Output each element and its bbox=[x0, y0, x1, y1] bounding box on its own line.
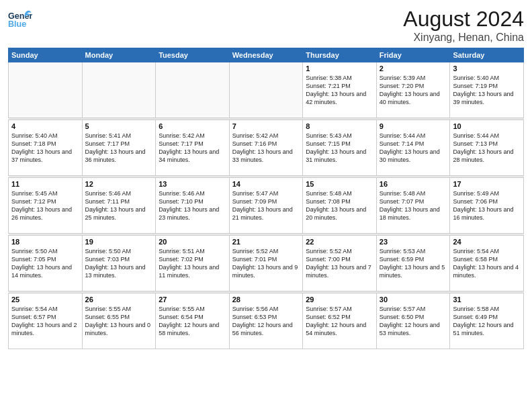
day-number: 22 bbox=[306, 238, 373, 246]
day-number: 8 bbox=[306, 122, 373, 130]
day-info: Sunrise: 5:55 AM Sunset: 6:54 PM Dayligh… bbox=[159, 305, 226, 338]
day-number: 21 bbox=[232, 238, 300, 246]
table-row bbox=[82, 62, 156, 118]
day-info: Sunrise: 5:44 AM Sunset: 7:14 PM Dayligh… bbox=[380, 132, 447, 165]
page-container: General Blue August 2024 Xinyang, Henan,… bbox=[0, 0, 532, 411]
location: Xinyang, Henan, China bbox=[403, 32, 524, 44]
table-row: 4Sunrise: 5:40 AM Sunset: 7:18 PM Daylig… bbox=[9, 120, 83, 176]
table-row: 13Sunrise: 5:46 AM Sunset: 7:10 PM Dayli… bbox=[156, 178, 230, 234]
table-row: 6Sunrise: 5:42 AM Sunset: 7:17 PM Daylig… bbox=[156, 120, 230, 176]
day-number: 16 bbox=[380, 180, 447, 188]
table-row: 29Sunrise: 5:57 AM Sunset: 6:52 PM Dayli… bbox=[303, 293, 377, 349]
day-info: Sunrise: 5:58 AM Sunset: 6:49 PM Dayligh… bbox=[453, 305, 521, 338]
day-number: 10 bbox=[453, 122, 521, 130]
day-info: Sunrise: 5:48 AM Sunset: 7:08 PM Dayligh… bbox=[306, 189, 373, 222]
col-wednesday: Wednesday bbox=[229, 48, 303, 62]
col-thursday: Thursday bbox=[303, 48, 377, 62]
calendar-week-1: 1Sunrise: 5:38 AM Sunset: 7:21 PM Daylig… bbox=[9, 62, 524, 118]
day-number: 17 bbox=[453, 180, 521, 188]
col-sunday: Sunday bbox=[9, 48, 83, 62]
table-row: 26Sunrise: 5:55 AM Sunset: 6:55 PM Dayli… bbox=[82, 293, 156, 349]
day-number: 25 bbox=[11, 295, 79, 304]
day-number: 30 bbox=[380, 295, 447, 304]
table-row: 27Sunrise: 5:55 AM Sunset: 6:54 PM Dayli… bbox=[156, 293, 230, 349]
svg-text:Blue: Blue bbox=[8, 19, 26, 29]
day-number: 3 bbox=[453, 64, 521, 73]
logo-icon: General Blue bbox=[8, 7, 32, 31]
day-number: 5 bbox=[85, 122, 153, 130]
table-row: 24Sunrise: 5:54 AM Sunset: 6:58 PM Dayli… bbox=[450, 236, 524, 291]
day-number: 28 bbox=[232, 295, 300, 304]
table-row: 3Sunrise: 5:40 AM Sunset: 7:19 PM Daylig… bbox=[450, 62, 524, 118]
day-number: 31 bbox=[453, 295, 521, 304]
table-row: 10Sunrise: 5:44 AM Sunset: 7:13 PM Dayli… bbox=[450, 120, 524, 176]
day-number: 11 bbox=[11, 180, 79, 188]
day-info: Sunrise: 5:57 AM Sunset: 6:50 PM Dayligh… bbox=[380, 305, 447, 338]
calendar-week-3: 11Sunrise: 5:45 AM Sunset: 7:12 PM Dayli… bbox=[9, 178, 524, 234]
day-info: Sunrise: 5:44 AM Sunset: 7:13 PM Dayligh… bbox=[453, 132, 521, 165]
day-info: Sunrise: 5:50 AM Sunset: 7:05 PM Dayligh… bbox=[11, 247, 79, 280]
day-number: 18 bbox=[11, 238, 79, 246]
day-info: Sunrise: 5:47 AM Sunset: 7:09 PM Dayligh… bbox=[232, 189, 300, 222]
calendar-week-4: 18Sunrise: 5:50 AM Sunset: 7:05 PM Dayli… bbox=[9, 236, 524, 291]
col-monday: Monday bbox=[82, 48, 156, 62]
col-tuesday: Tuesday bbox=[156, 48, 230, 62]
day-number: 24 bbox=[453, 238, 521, 246]
day-info: Sunrise: 5:55 AM Sunset: 6:55 PM Dayligh… bbox=[85, 305, 153, 338]
day-info: Sunrise: 5:52 AM Sunset: 7:00 PM Dayligh… bbox=[306, 247, 373, 280]
table-row: 23Sunrise: 5:53 AM Sunset: 6:59 PM Dayli… bbox=[376, 236, 450, 291]
table-row: 11Sunrise: 5:45 AM Sunset: 7:12 PM Dayli… bbox=[9, 178, 83, 234]
day-info: Sunrise: 5:49 AM Sunset: 7:06 PM Dayligh… bbox=[453, 189, 521, 222]
day-info: Sunrise: 5:42 AM Sunset: 7:17 PM Dayligh… bbox=[159, 132, 226, 165]
day-info: Sunrise: 5:45 AM Sunset: 7:12 PM Dayligh… bbox=[11, 189, 79, 222]
day-info: Sunrise: 5:48 AM Sunset: 7:07 PM Dayligh… bbox=[380, 189, 447, 222]
table-row: 31Sunrise: 5:58 AM Sunset: 6:49 PM Dayli… bbox=[450, 293, 524, 349]
table-row: 2Sunrise: 5:39 AM Sunset: 7:20 PM Daylig… bbox=[376, 62, 450, 118]
logo: General Blue bbox=[8, 7, 32, 31]
table-row: 1Sunrise: 5:38 AM Sunset: 7:21 PM Daylig… bbox=[303, 62, 377, 118]
day-number: 7 bbox=[232, 122, 300, 130]
day-info: Sunrise: 5:57 AM Sunset: 6:52 PM Dayligh… bbox=[306, 305, 373, 338]
header: General Blue August 2024 Xinyang, Henan,… bbox=[8, 7, 524, 44]
table-row: 21Sunrise: 5:52 AM Sunset: 7:01 PM Dayli… bbox=[229, 236, 303, 291]
day-info: Sunrise: 5:40 AM Sunset: 7:19 PM Dayligh… bbox=[453, 74, 521, 107]
table-row: 17Sunrise: 5:49 AM Sunset: 7:06 PM Dayli… bbox=[450, 178, 524, 234]
day-info: Sunrise: 5:51 AM Sunset: 7:02 PM Dayligh… bbox=[159, 247, 226, 280]
day-info: Sunrise: 5:46 AM Sunset: 7:10 PM Dayligh… bbox=[159, 189, 226, 222]
day-number: 14 bbox=[232, 180, 300, 188]
table-row: 16Sunrise: 5:48 AM Sunset: 7:07 PM Dayli… bbox=[376, 178, 450, 234]
table-row: 5Sunrise: 5:41 AM Sunset: 7:17 PM Daylig… bbox=[82, 120, 156, 176]
day-number: 12 bbox=[85, 180, 153, 188]
table-row: 12Sunrise: 5:46 AM Sunset: 7:11 PM Dayli… bbox=[82, 178, 156, 234]
day-info: Sunrise: 5:54 AM Sunset: 6:57 PM Dayligh… bbox=[11, 305, 79, 338]
col-saturday: Saturday bbox=[450, 48, 524, 62]
table-row: 28Sunrise: 5:56 AM Sunset: 6:53 PM Dayli… bbox=[229, 293, 303, 349]
day-info: Sunrise: 5:54 AM Sunset: 6:58 PM Dayligh… bbox=[453, 247, 521, 280]
day-number: 23 bbox=[380, 238, 447, 246]
day-info: Sunrise: 5:38 AM Sunset: 7:21 PM Dayligh… bbox=[306, 74, 373, 107]
table-row: 30Sunrise: 5:57 AM Sunset: 6:50 PM Dayli… bbox=[376, 293, 450, 349]
day-info: Sunrise: 5:39 AM Sunset: 7:20 PM Dayligh… bbox=[380, 74, 447, 107]
table-row: 14Sunrise: 5:47 AM Sunset: 7:09 PM Dayli… bbox=[229, 178, 303, 234]
table-row: 9Sunrise: 5:44 AM Sunset: 7:14 PM Daylig… bbox=[376, 120, 450, 176]
day-number: 6 bbox=[159, 122, 226, 130]
table-row bbox=[156, 62, 230, 118]
day-number: 26 bbox=[85, 295, 153, 304]
table-row: 8Sunrise: 5:43 AM Sunset: 7:15 PM Daylig… bbox=[303, 120, 377, 176]
day-number: 29 bbox=[306, 295, 373, 304]
table-row: 15Sunrise: 5:48 AM Sunset: 7:08 PM Dayli… bbox=[303, 178, 377, 234]
calendar-header-row: Sunday Monday Tuesday Wednesday Thursday… bbox=[9, 48, 524, 62]
calendar-week-5: 25Sunrise: 5:54 AM Sunset: 6:57 PM Dayli… bbox=[9, 293, 524, 349]
day-number: 4 bbox=[11, 122, 79, 130]
day-info: Sunrise: 5:53 AM Sunset: 6:59 PM Dayligh… bbox=[380, 247, 447, 280]
day-number: 2 bbox=[380, 64, 447, 73]
day-number: 19 bbox=[85, 238, 153, 246]
month-year: August 2024 bbox=[403, 7, 524, 32]
day-info: Sunrise: 5:40 AM Sunset: 7:18 PM Dayligh… bbox=[11, 132, 79, 165]
day-number: 13 bbox=[159, 180, 226, 188]
day-info: Sunrise: 5:52 AM Sunset: 7:01 PM Dayligh… bbox=[232, 247, 300, 280]
day-info: Sunrise: 5:43 AM Sunset: 7:15 PM Dayligh… bbox=[306, 132, 373, 165]
table-row: 18Sunrise: 5:50 AM Sunset: 7:05 PM Dayli… bbox=[9, 236, 83, 291]
day-number: 20 bbox=[159, 238, 226, 246]
day-info: Sunrise: 5:56 AM Sunset: 6:53 PM Dayligh… bbox=[232, 305, 300, 338]
